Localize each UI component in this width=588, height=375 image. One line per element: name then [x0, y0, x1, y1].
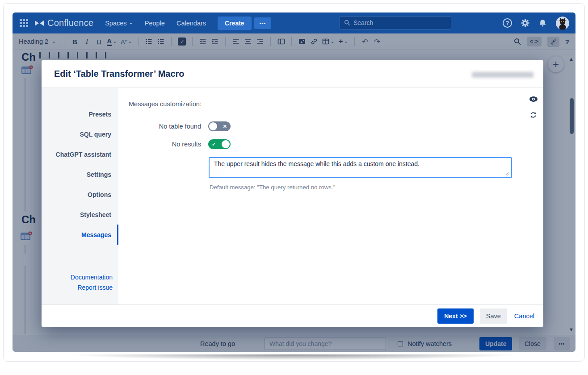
- macro-edit-dialog: Edit ‘Table Transformer’ Macro Presets S…: [42, 60, 543, 327]
- dialog-main-panel: Messages customization: No table found ✕…: [118, 88, 523, 304]
- nav-spaces[interactable]: Spaces⌄: [105, 20, 133, 27]
- nav-people[interactable]: People: [145, 20, 165, 27]
- browser-ui: Confluence Spaces⌄ People Calendars Crea…: [13, 12, 575, 352]
- toggle-knob: [209, 122, 217, 130]
- toggle-label: No table found: [129, 123, 201, 130]
- check-icon: ✓: [212, 139, 216, 149]
- avatar[interactable]: [556, 17, 569, 30]
- report-issue-link[interactable]: Report issue: [42, 283, 113, 293]
- refresh-icon[interactable]: [529, 111, 537, 119]
- product-name: Confluence: [47, 18, 93, 28]
- sidebar-item-presets[interactable]: Presets: [42, 104, 118, 124]
- toggle-knob: [222, 140, 230, 148]
- dialog-body: Presets SQL query ChatGPT assistant Sett…: [42, 88, 543, 304]
- sidebar-item-settings[interactable]: Settings: [42, 164, 118, 184]
- preview-eye-icon[interactable]: [529, 96, 538, 102]
- cancel-button[interactable]: Cancel: [514, 312, 534, 320]
- avatar-cat-image: [556, 17, 569, 30]
- toggle-rows: No table found ✕ No results ✓: [129, 121, 523, 149]
- nav-calendars[interactable]: Calendars: [176, 20, 206, 27]
- custom-message-field-wrap: The upper result hides the message while…: [209, 157, 512, 178]
- help-icon[interactable]: ?: [503, 18, 512, 28]
- gear-icon[interactable]: [521, 19, 529, 27]
- dialog-header: Edit ‘Table Transformer’ Macro: [42, 60, 543, 88]
- sidebar-item-stylesheet[interactable]: Stylesheet: [42, 204, 118, 225]
- search-input[interactable]: [353, 19, 438, 26]
- sidebar-item-chatgpt-assistant[interactable]: ChatGPT assistant: [42, 144, 118, 164]
- bell-icon[interactable]: [538, 19, 547, 27]
- confluence-logo[interactable]: Confluence: [34, 18, 93, 28]
- section-label: Messages customization:: [129, 100, 523, 108]
- dialog-sidebar: Presets SQL query ChatGPT assistant Sett…: [42, 88, 118, 304]
- chevron-down-icon: ⌄: [129, 20, 133, 25]
- next-button[interactable]: Next >>: [437, 308, 474, 324]
- top-navbar: Confluence Spaces⌄ People Calendars Crea…: [13, 12, 575, 33]
- dialog-footer: Next >> Save Cancel: [42, 304, 543, 327]
- documentation-link[interactable]: Documentation: [42, 272, 113, 283]
- cross-icon: ✕: [223, 121, 227, 131]
- nav-more-button[interactable]: •••: [254, 17, 272, 29]
- sidebar-item-messages[interactable]: Messages: [42, 225, 118, 245]
- toggle-row-no-results: No results ✓: [129, 139, 523, 149]
- global-search[interactable]: [340, 16, 451, 29]
- confluence-mark-icon: [34, 20, 44, 27]
- sidebar-item-options[interactable]: Options: [42, 184, 118, 204]
- toggle-row-no-table-found: No table found ✕: [129, 121, 523, 131]
- frame-shadow: [6, 354, 582, 366]
- save-button[interactable]: Save: [480, 308, 507, 324]
- custom-message-textarea[interactable]: The upper result hides the message while…: [209, 157, 512, 178]
- redacted-version-text: [472, 72, 533, 78]
- toggle-label: No results: [129, 141, 201, 148]
- dialog-icon-rail: [523, 88, 543, 304]
- sidebar-links: Documentation Report issue: [42, 272, 118, 304]
- dialog-title: Edit ‘Table Transformer’ Macro: [54, 60, 185, 88]
- framed-screenshot: Confluence Spaces⌄ People Calendars Crea…: [0, 0, 588, 375]
- search-icon: [344, 20, 350, 26]
- navbar-right: ?: [503, 12, 569, 33]
- default-message-hint: Default message: "The query returned no …: [210, 184, 523, 191]
- app-grid-icon[interactable]: [20, 19, 28, 27]
- create-button[interactable]: Create: [218, 17, 252, 30]
- sidebar-item-sql-query[interactable]: SQL query: [42, 124, 118, 144]
- no-results-toggle[interactable]: ✓: [208, 139, 231, 149]
- no-table-found-toggle[interactable]: ✕: [208, 121, 231, 131]
- resize-handle[interactable]: [506, 172, 510, 176]
